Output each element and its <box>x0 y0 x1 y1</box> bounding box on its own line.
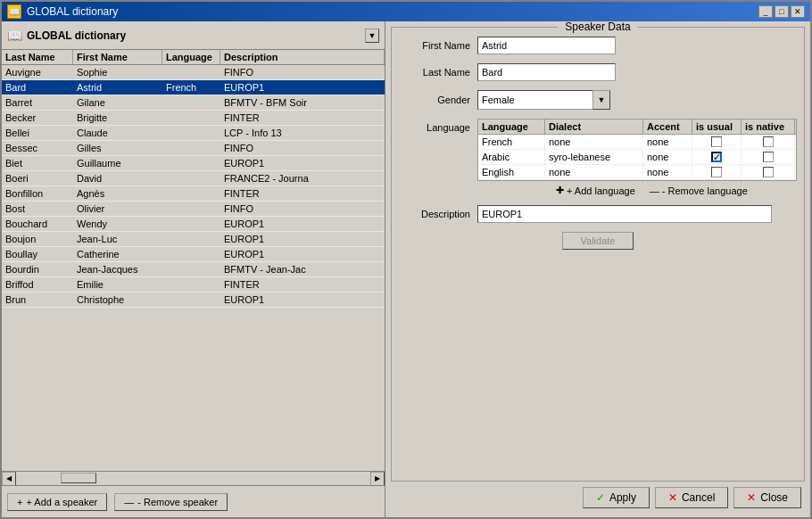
table-row[interactable]: Briffod Emilie FINTER <box>2 277 385 292</box>
firstname-label: First Name <box>399 40 470 51</box>
cell-description: EUROP1 <box>220 292 385 307</box>
cell-description: FINFO <box>220 141 385 155</box>
table-row[interactable]: Auvigne Sophie FINFO <box>2 65 385 80</box>
title-bar-left: 📖 GLOBAL dictionary <box>7 4 118 19</box>
language-section: Language Language Dialect Accent is usua… <box>399 119 797 196</box>
speaker-data-group: Speaker Data First Name Last Name Gender <box>391 27 805 482</box>
add-speaker-plus-icon: + <box>17 497 22 507</box>
firstname-input[interactable] <box>477 37 616 54</box>
lang-cell-english-dialect: none <box>545 165 643 179</box>
cell-language <box>162 95 220 110</box>
close-button[interactable]: ✕ Close <box>733 487 801 508</box>
cell-firstname: Jean-Luc <box>73 232 162 246</box>
remove-speaker-button[interactable]: — - Remove speaker <box>114 493 228 511</box>
add-speaker-button[interactable]: + + Add a speaker <box>7 493 107 511</box>
window-title: GLOBAL dictionary <box>27 5 118 18</box>
cell-lastname: Brun <box>2 292 73 307</box>
table-row[interactable]: Bouchard Wendy EUROP1 <box>2 217 385 232</box>
description-input[interactable] <box>477 205 772 223</box>
minimize-button[interactable]: _ <box>758 5 773 18</box>
cell-language <box>162 171 220 185</box>
apply-button[interactable]: ✓ Apply <box>583 487 650 508</box>
add-language-link[interactable]: ✚ + Add language <box>556 185 635 196</box>
cell-language <box>162 141 220 155</box>
table-row[interactable]: Barret Gilane BFMTV - BFM Soir <box>2 95 385 111</box>
cell-firstname: Jean-Jacques <box>73 262 162 276</box>
cell-language <box>162 111 220 125</box>
left-panel: 📖 GLOBAL dictionary ▼ Last Name First Na… <box>2 21 385 517</box>
lang-table-header: Language Dialect Accent is usual is nati… <box>478 119 796 135</box>
language-table: Language Dialect Accent is usual is nati… <box>477 119 797 181</box>
table-row[interactable]: Boeri David FRANCE2 - Journa <box>2 171 385 186</box>
table-row[interactable]: Bonfillon Agnès FINTER <box>2 186 385 202</box>
table-row[interactable]: Biet Guillaume EUROP1 <box>2 156 385 171</box>
cell-lastname: Becker <box>2 111 73 125</box>
lastname-input[interactable] <box>477 63 616 81</box>
table-row[interactable]: Bessec Gilles FINFO <box>2 141 385 156</box>
add-speaker-label: + Add a speaker <box>26 497 97 507</box>
cell-lastname: Bost <box>2 202 73 216</box>
gender-dropdown-arrow[interactable]: ▼ <box>592 90 610 110</box>
lang-row-french[interactable]: French none none <box>478 135 796 150</box>
lang-cell-arabic-isusual[interactable]: ✓ <box>692 150 742 164</box>
cell-firstname: Astrid <box>73 80 162 95</box>
table-row[interactable]: Bellei Claude LCP - Info 13 <box>2 126 385 141</box>
lang-actions: ✚ + Add language — - Remove language <box>477 181 797 196</box>
col-header-description[interactable]: Description <box>220 50 385 64</box>
arabic-isusual-checkbox[interactable]: ✓ <box>711 152 722 162</box>
cell-language: French <box>162 80 220 95</box>
col-header-firstname[interactable]: First Name <box>73 50 162 64</box>
table-body[interactable]: Auvigne Sophie FINFO Bard Astrid French … <box>2 65 385 471</box>
table-row[interactable]: Brun Christophe EUROP1 <box>2 292 385 308</box>
validate-button[interactable]: Validate <box>562 232 634 250</box>
lastname-label: Last Name <box>399 67 470 78</box>
scroll-left-btn[interactable]: ◀ <box>2 472 16 486</box>
english-isusual-checkbox[interactable] <box>711 167 722 177</box>
validate-label: Validate <box>581 235 616 246</box>
arabic-isnative-checkbox[interactable] <box>763 152 774 162</box>
gender-select-input[interactable] <box>477 90 593 110</box>
dict-icon: 📖 <box>7 29 21 43</box>
remove-language-minus-icon: — <box>650 185 659 196</box>
table-row[interactable]: Bourdin Jean-Jacques BFMTV - Jean-Jac <box>2 262 385 277</box>
cell-language <box>162 202 220 216</box>
toolbar-expand-button[interactable]: ▼ <box>365 29 379 43</box>
lang-cell-french-isusual[interactable] <box>692 135 742 149</box>
horizontal-scrollbar[interactable]: ◀ ▶ <box>2 471 385 485</box>
maximize-button[interactable]: □ <box>775 5 789 18</box>
lang-cell-french-isnative[interactable] <box>742 135 795 149</box>
lang-cell-english-isusual[interactable] <box>692 165 742 179</box>
cell-lastname: Bessec <box>2 141 73 155</box>
cell-description: FINFO <box>220 202 385 216</box>
table-row[interactable]: Becker Brigitte FINTER <box>2 111 385 126</box>
lang-cell-arabic-accent: none <box>643 150 692 164</box>
cell-description: LCP - Info 13 <box>220 126 385 140</box>
scroll-right-btn[interactable]: ▶ <box>370 472 385 486</box>
table-row[interactable]: Boujon Jean-Luc EUROP1 <box>2 232 385 247</box>
cell-lastname: Boujon <box>2 232 73 246</box>
right-panel: Speaker Data First Name Last Name Gender <box>385 21 810 517</box>
cell-lastname: Biet <box>2 156 73 170</box>
close-window-button[interactable]: ✕ <box>791 5 805 18</box>
remove-language-link[interactable]: — - Remove language <box>650 185 748 196</box>
english-isnative-checkbox[interactable] <box>763 167 774 177</box>
close-label: Close <box>760 491 788 504</box>
table-row[interactable]: Bost Olivier FINFO <box>2 202 385 217</box>
french-isusual-checkbox[interactable] <box>711 136 722 147</box>
table-row[interactable]: Boullay Catherine EUROP1 <box>2 247 385 262</box>
lang-cell-english-isnative[interactable] <box>742 165 795 179</box>
french-isnative-checkbox[interactable] <box>763 136 774 147</box>
horiz-scroll-thumb[interactable] <box>61 473 96 483</box>
cancel-button[interactable]: ✕ Cancel <box>655 487 728 508</box>
lang-row-english[interactable]: English none none <box>478 165 796 180</box>
cell-language <box>162 186 220 201</box>
lang-row-arabic[interactable]: Arabic syro-lebanese none ✓ <box>478 150 796 165</box>
table-row[interactable]: Bard Astrid French EUROP1 <box>2 80 385 95</box>
col-header-language[interactable]: Language <box>162 50 220 64</box>
col-header-lastname[interactable]: Last Name <box>2 50 73 64</box>
lang-cell-arabic-isnative[interactable] <box>742 150 795 164</box>
apply-label: Apply <box>609 491 636 504</box>
lang-col-isusual: is usual <box>692 119 742 134</box>
cell-language <box>162 247 220 261</box>
gender-row: Gender ▼ <box>399 90 797 110</box>
